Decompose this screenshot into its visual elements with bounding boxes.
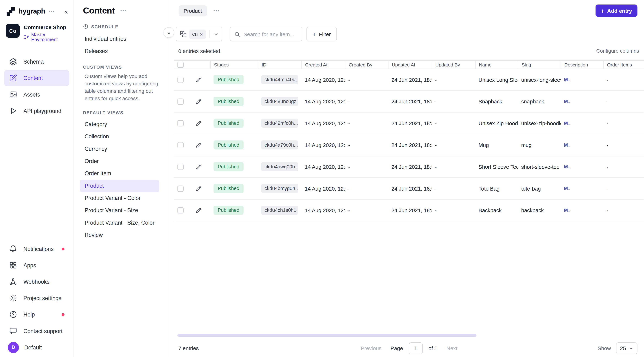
view-item[interactable]: Review — [80, 229, 159, 241]
table-row[interactable]: Published ckdu4a79c0h... 14 Aug 2020, 12… — [174, 134, 644, 156]
slug-cell: snapback — [518, 91, 560, 112]
sidebar-item-schema[interactable]: Schema — [4, 53, 69, 70]
created-by-cell: - — [345, 178, 388, 199]
play-icon — [9, 107, 17, 115]
table-row[interactable]: Published ckdu4ch1s0h1... 14 Aug 2020, 1… — [174, 200, 644, 221]
select-all-checkbox[interactable] — [177, 62, 184, 68]
pencil-icon — [195, 163, 202, 170]
row-checkbox[interactable] — [177, 142, 184, 148]
sidebar-item-api-playground[interactable]: API playground — [4, 103, 69, 119]
sidebar-item-contact-support[interactable]: Contact support — [4, 323, 69, 339]
collapse-views-button[interactable]: « — [164, 27, 174, 38]
filter-button[interactable]: + Filter — [306, 27, 337, 41]
search-box[interactable] — [230, 27, 302, 41]
updated-at-cell: 24 Jun 2021, 18:5 — [388, 113, 432, 134]
add-entry-button[interactable]: + Add entry — [595, 4, 637, 17]
tab-more-icon[interactable]: ••• — [214, 9, 220, 13]
view-item[interactable]: Category — [80, 118, 159, 130]
table-row[interactable]: Published ckdu44mn40g... 14 Aug 2020, 12… — [174, 69, 644, 91]
grid-icon — [9, 261, 17, 270]
layers-icon — [9, 57, 17, 66]
edit-entry-button[interactable] — [192, 74, 204, 85]
created-by-cell: - — [345, 113, 388, 134]
sidebar-item-content[interactable]: Content — [4, 70, 69, 86]
table-row[interactable]: Published ckdu48unc0gz... 14 Aug 2020, 1… — [174, 91, 644, 113]
created-by-cell: - — [345, 134, 388, 156]
user-avatar: D — [8, 342, 19, 353]
view-item[interactable]: Product Variant - Size — [80, 204, 159, 217]
chevron-down-icon[interactable] — [214, 32, 218, 36]
view-item-releases[interactable]: Releases — [80, 45, 159, 57]
stage-badge: Published — [214, 119, 244, 128]
selection-status: 0 entries selected — [178, 48, 220, 54]
sidebar-item-apps[interactable]: Apps — [4, 257, 69, 273]
collapse-sidebar-icon[interactable]: « — [64, 8, 68, 14]
row-checkbox[interactable] — [177, 207, 184, 213]
markdown-icon: M↓ — [564, 142, 570, 147]
configure-columns-link[interactable]: Configure columns — [596, 48, 639, 54]
updated-by-cell: - — [432, 156, 475, 177]
created-at-cell: 14 Aug 2020, 12:5 — [302, 91, 345, 112]
entry-id-chip: ckdu4bmyg0h... — [261, 184, 298, 193]
sidebar-item-assets[interactable]: Assets — [4, 86, 69, 103]
edit-column-header — [186, 61, 210, 68]
horizontal-scrollbar[interactable] — [178, 334, 476, 337]
stage-badge: Published — [214, 75, 244, 84]
row-checkbox[interactable] — [177, 185, 184, 191]
view-item[interactable]: Currency — [80, 143, 159, 155]
view-item[interactable]: Order — [80, 155, 159, 167]
previous-button[interactable]: Previous — [361, 345, 382, 351]
updated-at-cell: 24 Jun 2021, 18:5 — [388, 200, 432, 221]
row-checkbox[interactable] — [177, 164, 184, 170]
divider — [210, 30, 210, 38]
edit-entry-button[interactable] — [192, 139, 204, 151]
sidebar-item-help[interactable]: Help — [4, 306, 69, 323]
markdown-icon: M↓ — [564, 186, 570, 191]
view-item[interactable]: Product Variant - Size, Color — [80, 217, 159, 229]
pencil-icon — [195, 185, 202, 192]
sidebar-more-icon[interactable]: ••• — [49, 9, 55, 13]
row-checkbox[interactable] — [177, 76, 184, 83]
locale-chip[interactable]: en × — [190, 29, 206, 39]
table-row[interactable]: Published ckdu4bmyg0h... 14 Aug 2020, 12… — [174, 178, 644, 200]
view-item[interactable]: Order Item — [80, 167, 159, 180]
locale-filter[interactable]: en × — [176, 27, 222, 41]
slug-cell: tote-bag — [518, 178, 560, 199]
environment-label: Master Environment — [31, 32, 68, 42]
edit-entry-button[interactable] — [192, 117, 204, 129]
markdown-icon: M↓ — [564, 164, 570, 169]
table-row[interactable]: Published ckdu4awq00h... 14 Aug 2020, 12… — [174, 156, 644, 178]
sidebar-item-user-default[interactable]: D Default — [4, 339, 69, 356]
table-row[interactable]: Published ckdu49mfc0h... 14 Aug 2020, 12… — [174, 113, 644, 134]
sidebar-item-notifications[interactable]: Notifications — [4, 241, 69, 257]
updated-by-cell: - — [432, 113, 475, 134]
help-icon — [9, 310, 17, 319]
column-header-updated-at: Updated At — [388, 61, 432, 68]
name-cell: Mug — [475, 134, 518, 156]
edit-entry-button[interactable] — [192, 161, 204, 172]
remove-locale-icon[interactable]: × — [200, 31, 203, 37]
branch-icon — [24, 34, 29, 40]
view-item[interactable]: Product — [80, 180, 159, 192]
edit-entry-button[interactable] — [192, 204, 204, 216]
sidebar-item-project-settings[interactable]: Project settings — [4, 290, 69, 306]
project-switcher[interactable]: Co Commerce Shop Master Environment — [0, 20, 74, 47]
view-item[interactable]: Product Variant - Color — [80, 192, 159, 204]
model-tab-product[interactable]: Product — [178, 5, 207, 16]
edit-entry-button[interactable] — [192, 96, 204, 107]
column-header-created-at: Created At — [302, 61, 345, 68]
stage-badge: Published — [214, 184, 244, 193]
column-header-stages: Stages — [210, 61, 258, 68]
page-input[interactable] — [409, 342, 423, 354]
page-size-select[interactable]: 25 — [616, 342, 638, 354]
row-checkbox[interactable] — [177, 120, 184, 126]
search-input[interactable] — [244, 31, 298, 37]
created-by-cell: - — [345, 69, 388, 90]
edit-entry-button[interactable] — [192, 183, 204, 194]
next-button[interactable]: Next — [446, 345, 457, 351]
view-item[interactable]: Collection — [80, 130, 159, 143]
views-more-icon[interactable]: ••• — [120, 9, 127, 13]
view-item-individual-entries[interactable]: Individual entries — [80, 32, 159, 45]
row-checkbox[interactable] — [177, 98, 184, 104]
sidebar-item-webhooks[interactable]: Webhooks — [4, 273, 69, 290]
